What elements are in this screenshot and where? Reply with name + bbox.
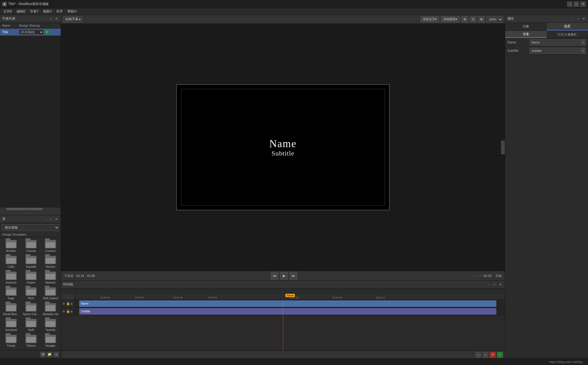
prop-eq-btn-name[interactable]: = xyxy=(581,39,586,45)
scroll-thumb xyxy=(6,208,42,210)
props-minimize-btn[interactable]: − xyxy=(576,17,581,21)
subtab-lighting[interactable]: 灯光 & 摄像机 xyxy=(547,31,588,38)
play-btn[interactable]: ▶ xyxy=(280,272,288,280)
template-item-impressi[interactable]: Impressi xyxy=(2,270,21,285)
right-collapse-btn[interactable]: ··· xyxy=(501,141,505,154)
template-item-architec[interactable]: Architec xyxy=(2,239,21,254)
zoom-select[interactable]: 100% 75% 50% xyxy=(486,16,503,22)
library-title: 库 xyxy=(2,217,6,221)
prop-row-subtitle: Subtitle = xyxy=(505,47,588,55)
template-item-swift[interactable]: Swift xyxy=(22,318,40,333)
timeline-zoom-out-btn[interactable]: − xyxy=(475,352,481,358)
track-lock-btn-2[interactable]: 🔒 xyxy=(66,310,70,313)
template-item-shift[interactable]: Shift Collecti xyxy=(42,286,59,301)
template-item-sports[interactable]: Sports Collecti xyxy=(22,302,40,317)
timeline-close-btn[interactable]: ✕ xyxy=(498,282,503,287)
library-list-btn[interactable]: ≡ xyxy=(53,352,59,357)
safe-btn[interactable]: ⊡ xyxy=(470,16,476,22)
panel-collapse-dots[interactable]: ··· xyxy=(0,210,61,215)
library-folder-btn[interactable]: 📁 xyxy=(47,352,52,357)
subtitle-list-minimize[interactable]: − xyxy=(44,17,48,21)
timeline-delete-btn[interactable]: ✕ xyxy=(490,352,495,358)
add-shape-btn[interactable]: 添加图形▾ xyxy=(441,16,460,22)
grid-btn[interactable]: ⊞ xyxy=(461,16,468,22)
status-bar: https://blog.csdn.net/Situ... xyxy=(0,358,588,365)
template-item-connect[interactable]: Connect xyxy=(42,239,59,254)
tab-scene[interactable]: 场景 xyxy=(547,23,588,30)
library-close[interactable]: ✕ xyxy=(54,217,58,221)
track-expand-btn-2[interactable]: ▶ xyxy=(71,310,73,313)
track-eye-btn-2[interactable]: 👁 xyxy=(62,310,65,313)
timeline-middle-dots[interactable]: ··· xyxy=(61,289,505,294)
subtitle-scroll[interactable] xyxy=(0,208,61,210)
prop-eq-btn-subtitle[interactable]: = xyxy=(581,48,586,54)
menu-edit[interactable]: 编辑E xyxy=(14,9,28,14)
prev-btn[interactable]: ⏮ xyxy=(271,272,278,280)
fit-btn[interactable]: ⊠ xyxy=(478,16,485,22)
anim-dropdown[interactable]: 动画字幕 ▾ xyxy=(63,16,83,22)
col-sharing: Design Sharing xyxy=(19,24,58,27)
template-item-network[interactable]: Network xyxy=(42,270,59,285)
subtab-variables[interactable]: 变量 xyxy=(505,31,547,38)
timeline-minimize-btn[interactable]: − xyxy=(486,282,491,287)
template-item-voyager[interactable]: Voyager xyxy=(42,334,59,348)
playback-controls: ⏮ ▶ ⏭ xyxy=(97,272,471,280)
menu-subtitle[interactable]: 字幕T xyxy=(28,9,41,14)
maximize-button[interactable]: □ xyxy=(574,1,579,7)
template-item-social[interactable]: Social Media Collecti xyxy=(2,302,21,317)
add-text-btn[interactable]: 添加文字▾ xyxy=(420,16,439,22)
subtitle-list-title: 字幕列表 xyxy=(2,16,16,21)
library-minimize[interactable]: − xyxy=(44,217,48,221)
timeline-zoom-in-btn[interactable]: + xyxy=(483,352,488,358)
minimize-button[interactable]: − xyxy=(567,1,572,7)
track-clip-subtitle[interactable]: Subtitle xyxy=(79,308,496,315)
props-back-btn[interactable]: ← xyxy=(571,17,575,21)
timeline-expand-btn[interactable]: □ xyxy=(492,282,497,287)
prop-label-name: Name xyxy=(507,40,530,44)
track-lock-btn[interactable]: 🔒 xyxy=(66,302,70,306)
timeline-confirm-btn[interactable]: ✓ xyxy=(497,352,503,358)
track-eye-btn[interactable]: 👁 xyxy=(62,302,65,306)
menu-align[interactable]: 对齐 xyxy=(54,9,65,14)
track-clip-name[interactable]: Name xyxy=(79,300,496,307)
template-item-trendy[interactable]: Trendy xyxy=(2,334,21,348)
app-icon: ★ xyxy=(2,2,7,6)
library-dropdown[interactable]: 项目模板 xyxy=(2,224,59,231)
tab-object[interactable]: 对象 xyxy=(505,23,547,30)
prop-input-name[interactable] xyxy=(530,39,580,45)
template-item-pitch[interactable]: Pitch xyxy=(22,286,40,301)
sharing-select[interactable]: [不共享的] xyxy=(19,30,44,35)
template-item-cinema[interactable]: Cinema xyxy=(22,239,40,254)
template-item-page[interactable]: Page xyxy=(2,286,21,301)
template-item-sunstreal[interactable]: Sunstreal xyxy=(2,318,21,333)
template-name: Expediti xyxy=(26,265,36,268)
template-item-cubic[interactable]: Cubic xyxy=(2,255,21,269)
template-item-expediti[interactable]: Expediti xyxy=(22,255,40,269)
template-item-inspire[interactable]: Inspire xyxy=(22,270,40,285)
track-expand-btn[interactable]: ▶ xyxy=(71,302,73,305)
subtitle-item-sharing: [不共享的] ✓ xyxy=(19,30,49,35)
prop-row-name: Name = xyxy=(505,38,588,47)
subtitle-list-close[interactable]: ✕ xyxy=(54,17,58,21)
next-btn[interactable]: ⏭ xyxy=(290,272,297,280)
subtitle-list-item[interactable]: Title [不共享的] ✓ xyxy=(0,29,61,36)
prop-value-area-subtitle: = xyxy=(530,48,586,54)
prop-label-subtitle: Subtitle xyxy=(507,49,530,53)
template-item-horizon[interactable]: Horizon xyxy=(42,255,59,269)
template-item-tessella[interactable]: Tessella xyxy=(42,318,59,333)
library-bottom: ⊞ 📁 ≡ xyxy=(0,350,61,358)
ruler-mark-2: |0:00:12 xyxy=(135,296,144,299)
prop-input-subtitle[interactable] xyxy=(530,48,580,54)
menu-file[interactable]: 文件E xyxy=(1,9,14,14)
template-item-tribune[interactable]: Tribune xyxy=(22,334,40,348)
library-maximize[interactable]: □ xyxy=(49,217,53,221)
track-name-content[interactable]: Name xyxy=(75,300,505,307)
track-subtitle-content[interactable]: Subtitle xyxy=(75,308,505,315)
close-button[interactable]: ✕ xyxy=(580,1,586,7)
library-grid-btn[interactable]: ⊞ xyxy=(40,352,46,357)
subtitle-list-maximize[interactable]: □ xyxy=(49,17,53,21)
menu-view[interactable]: 视图V xyxy=(41,9,54,14)
menu-help[interactable]: 帮助H xyxy=(65,9,79,14)
template-item-steadfas[interactable]: Steadfas Vol xyxy=(42,302,59,317)
props-close-btn[interactable]: ✕ xyxy=(581,17,586,21)
